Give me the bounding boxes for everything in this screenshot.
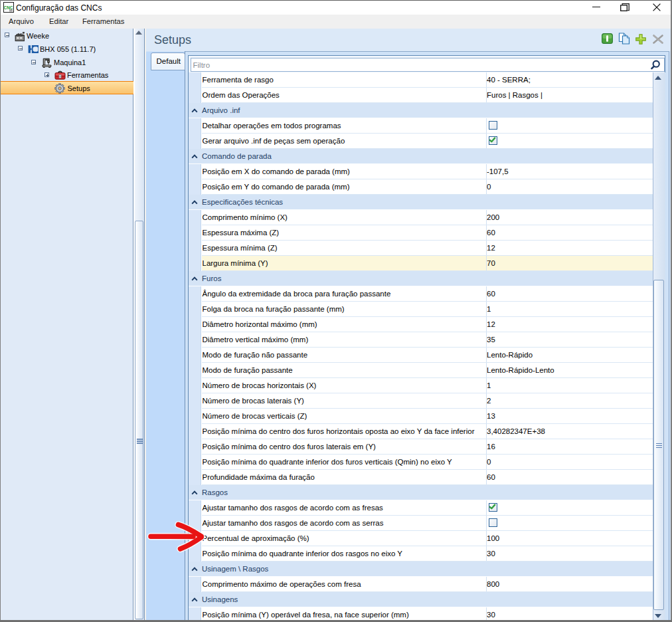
svg-text:CNC: CNC — [3, 5, 13, 10]
